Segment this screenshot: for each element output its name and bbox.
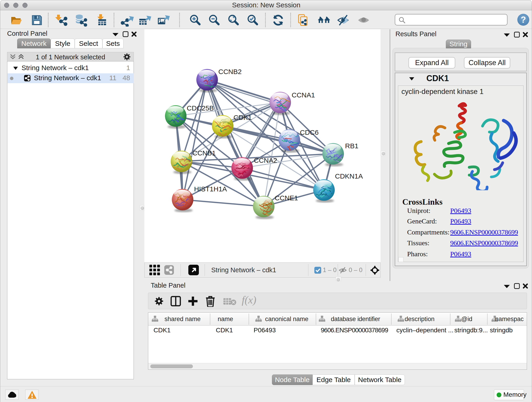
svg-text:CCNA1: CCNA1 [292,91,315,99]
svg-text:CDK1: CDK1 [216,327,233,334]
svg-text:stringdb: stringdb [490,327,513,334]
svg-text:CDK1: CDK1 [153,327,171,334]
svg-text:9606.ENSP00000378699: 9606.ENSP00000378699 [321,327,388,334]
svg-text:P06493: P06493 [254,327,276,334]
svg-text:CCNB2: CCNB2 [218,68,242,75]
svg-text:HIST1H1A: HIST1H1A [194,185,227,193]
svg-text:@id: @id [461,316,472,322]
svg-text:database identifier: database identifier [331,316,380,322]
svg-text:CDK1: CDK1 [234,114,252,121]
svg-text:CCNB1: CCNB1 [192,149,216,157]
svg-text:shared name: shared name [165,316,201,322]
svg-text:stringdb:9...: stringdb:9... [454,327,488,334]
svg-text:CDKN1A: CDKN1A [335,172,363,180]
svg-text:CCNA2: CCNA2 [254,157,277,164]
svg-text:canonical name: canonical name [265,316,308,322]
svg-text:description: description [405,316,435,322]
svg-text:namespac: namespac [495,316,524,322]
svg-text:CCNE1: CCNE1 [275,194,298,202]
svg-text:CDC6: CDC6 [300,128,319,136]
svg-text:name: name [218,316,233,322]
svg-text:cyclin–dependent ...: cyclin–dependent ... [396,327,453,334]
svg-text:RB1: RB1 [345,142,358,150]
svg-text:CDC25B: CDC25B [187,104,214,112]
